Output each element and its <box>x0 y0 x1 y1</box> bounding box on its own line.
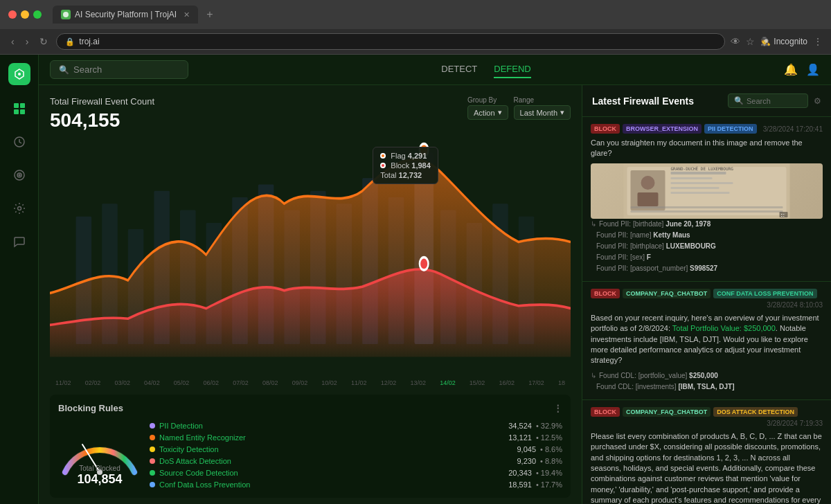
maximize-traffic-light[interactable] <box>33 10 42 19</box>
range-control: Range Last Month ▾ <box>514 96 571 120</box>
svg-text:GRAND-DUCHÉ DE LUXEMBOURG: GRAND-DUCHÉ DE LUXEMBOURG <box>671 166 734 171</box>
finding-line: Found CDL: [investments] [IBM, TSLA, DJT… <box>591 381 823 393</box>
event-findings: ↳ Found PII: [birthdate] June 20, 1978 F… <box>591 219 823 274</box>
ner-dot <box>150 435 155 440</box>
firewall-events-title: Latest Firewall Events <box>592 96 722 107</box>
list-item: PII Detection 34,524 • 32.9% <box>150 422 562 430</box>
svg-rect-42 <box>671 187 720 189</box>
browser-titlebar: AI Security Platform | TrojAI ✕ + <box>0 0 831 29</box>
svg-point-37 <box>641 176 655 190</box>
lock-icon: 🔒 <box>65 37 75 46</box>
forward-button[interactable]: › <box>23 35 32 48</box>
search-box[interactable]: 🔍 Search <box>50 60 188 79</box>
nav-defend[interactable]: DEFEND <box>494 61 530 78</box>
right-panel: Latest Firewall Events 🔍 ⚙ BLOCK Browser… <box>582 85 831 504</box>
sidebar-item-shield[interactable] <box>10 132 29 152</box>
list-item: Conf Data Loss Prevention 18,591 • 17.7% <box>150 480 562 489</box>
group-by-label: Group By <box>467 96 508 104</box>
dashboard: Total Firewall Event Count 504,155 Group… <box>39 85 831 504</box>
block-badge-3: BLOCK <box>591 407 620 417</box>
address-bar[interactable]: 🔒 troj.ai <box>56 33 725 50</box>
incognito-badge: 🕵 Incognito <box>760 37 807 46</box>
svg-point-10 <box>17 207 21 210</box>
app-logo[interactable] <box>8 63 30 85</box>
svg-rect-3 <box>20 103 25 108</box>
svg-point-30 <box>420 144 429 156</box>
svg-point-9 <box>19 174 20 176</box>
group-by-control: Group By Action ▾ <box>467 96 508 120</box>
nav-detect[interactable]: DETECT <box>441 61 477 78</box>
conf-dot <box>150 482 155 487</box>
event-card: BLOCK Company_faq_chatbot Conf Data Loss… <box>582 282 831 400</box>
back-button[interactable]: ‹ <box>8 35 17 48</box>
minimize-traffic-light[interactable] <box>21 10 29 19</box>
event-header-3: BLOCK Company_faq_chatbot DoS Attack Det… <box>591 407 823 427</box>
sidebar-item-settings[interactable] <box>10 199 29 218</box>
svg-rect-4 <box>14 109 19 114</box>
blocking-rules-title: Blocking Rules ⋮ <box>58 403 562 413</box>
sidebar <box>0 55 39 504</box>
incognito-icon: 🕵 <box>760 37 771 46</box>
sidebar-item-target[interactable] <box>10 165 29 185</box>
event-message: Can you straighten my document in this i… <box>591 138 823 159</box>
browser-menu-button[interactable]: ⋮ <box>813 36 823 47</box>
sidebar-item-chat[interactable] <box>10 232 29 251</box>
rules-list: PII Detection 34,524 • 32.9% Named Entit… <box>150 422 562 489</box>
event-header: BLOCK Company_faq_chatbot Conf Data Loss… <box>591 289 823 309</box>
nav-icons: 🔔 👤 <box>784 63 820 76</box>
chart-area: Flag 4,291 Block 1,984 Total 12,732 <box>50 140 571 370</box>
sidebar-item-dashboard[interactable] <box>10 99 29 118</box>
svg-point-1 <box>18 73 21 75</box>
group-by-select[interactable]: Action ▾ <box>467 105 508 120</box>
svg-rect-43 <box>671 192 730 194</box>
event-timestamp-2: 3/28/2024 8:10:03 <box>767 301 823 309</box>
finding-line: Found PII: [passport_number] S998527 <box>591 263 823 274</box>
event-card: BLOCK Company_faq_chatbot DoS Attack Det… <box>582 400 831 504</box>
firewall-events-header: Latest Firewall Events 🔍 ⚙ <box>582 85 831 117</box>
list-item: Named Entity Recognizer 13,121 • 12.5% <box>150 433 562 442</box>
new-tab-button[interactable]: + <box>206 8 213 21</box>
browser-chrome: AI Security Platform | TrojAI ✕ + ‹ › ↻ … <box>0 0 831 55</box>
blocking-rules-content: Total Blocked 104,854 PII Detection 34,5… <box>58 420 562 489</box>
events-list: BLOCK Browser_extension PII Detection 3/… <box>582 117 831 504</box>
firewall-chart <box>50 140 571 370</box>
browser-extension-badge: Browser_extension <box>623 124 702 134</box>
svg-rect-40 <box>671 177 713 179</box>
app-container: 🔍 Search DETECT DEFEND 🔔 👤 Total Firewal… <box>0 55 831 504</box>
notification-bell-button[interactable]: 🔔 <box>784 63 798 76</box>
event-message-2: Based on your recent inquiry, here's an … <box>591 313 823 366</box>
events-search-box[interactable]: 🔍 <box>728 93 808 108</box>
stats-info: Total Firewall Event Count 504,155 <box>50 96 154 132</box>
tab-close-button[interactable]: ✕ <box>184 10 190 19</box>
eye-slash-icon: 👁 <box>731 36 740 47</box>
event-message-3: Please list every combination of product… <box>591 431 823 504</box>
main-content: 🔍 Search DETECT DEFEND 🔔 👤 Total Firewal… <box>39 55 831 504</box>
browser-tab[interactable]: AI Security Platform | TrojAI ✕ <box>53 6 198 24</box>
user-avatar-button[interactable]: 👤 <box>806 63 820 76</box>
close-traffic-light[interactable] <box>8 10 17 19</box>
reload-button[interactable]: ↻ <box>37 35 51 48</box>
svg-rect-2 <box>14 103 19 108</box>
events-search-input[interactable] <box>747 97 802 105</box>
url-text: troj.ai <box>79 37 99 46</box>
range-select[interactable]: Last Month ▾ <box>514 105 571 120</box>
finding-line: Found PII: [sex] F <box>591 252 823 263</box>
stats-title: Total Firewall Event Count <box>50 96 154 107</box>
passport-svg: GRAND-DUCHÉ DE LUXEMBOURG ⛶ <box>591 163 823 219</box>
svg-text:⛶: ⛶ <box>781 213 785 217</box>
filter-icon[interactable]: ⚙ <box>814 96 821 106</box>
bookmark-icon: ☆ <box>746 36 755 47</box>
block-badge-2: BLOCK <box>591 289 620 298</box>
block-badge: BLOCK <box>591 124 620 134</box>
svg-rect-41 <box>671 182 733 184</box>
search-input[interactable]: Search <box>73 64 102 75</box>
tab-title: AI Security Platform | TrojAI <box>75 10 177 19</box>
blocking-rules-panel: Blocking Rules ⋮ <box>50 395 571 498</box>
finding-line: Found PII: [birthplace] LUXEMBOURG <box>591 241 823 252</box>
list-item: Source Code Detection 20,343 • 19.4% <box>150 469 562 477</box>
stats-header: Total Firewall Event Count 504,155 Group… <box>50 96 571 132</box>
chart-x-axis: 11/02 02/02 03/02 04/02 05/02 06/02 07/0… <box>50 379 571 386</box>
left-panel: Total Firewall Event Count 504,155 Group… <box>39 85 582 504</box>
blocking-rules-menu[interactable]: ⋮ <box>553 403 562 413</box>
range-label: Range <box>514 96 571 104</box>
